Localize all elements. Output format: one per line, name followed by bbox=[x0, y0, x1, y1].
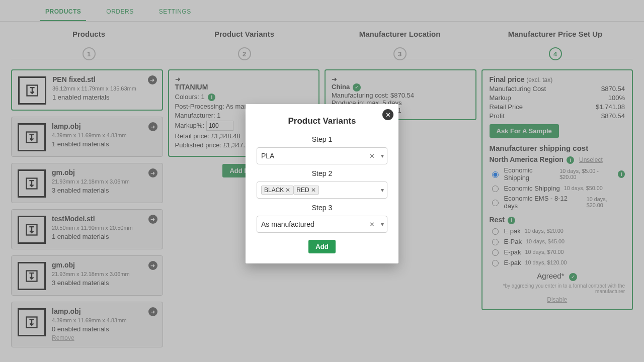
finish-value: As manufactured bbox=[261, 220, 314, 228]
modal-step1-label: Step 1 bbox=[257, 135, 387, 143]
tag-label: RED bbox=[296, 187, 309, 194]
material-value: PLA bbox=[261, 152, 274, 160]
chevron-down-icon[interactable]: ▾ bbox=[381, 152, 384, 159]
modal-step2-label: Step 2 bbox=[257, 169, 387, 177]
close-icon[interactable]: ✕ bbox=[382, 109, 393, 120]
clear-icon[interactable]: ✕ bbox=[369, 221, 375, 228]
chevron-down-icon[interactable]: ▾ bbox=[381, 221, 384, 228]
chevron-down-icon[interactable]: ▾ bbox=[381, 187, 384, 194]
finish-select[interactable]: As manufactured ✕ ▾ bbox=[257, 216, 387, 233]
colour-tag[interactable]: RED ✕ bbox=[293, 186, 318, 195]
tag-remove-icon[interactable]: ✕ bbox=[285, 187, 290, 194]
product-variants-modal: ✕ Product Variants Step 1 PLA ✕ ▾ Step 2… bbox=[246, 104, 398, 263]
modal-title: Product Variants bbox=[257, 116, 387, 126]
colour-multiselect[interactable]: BLACK ✕RED ✕ ▾ bbox=[257, 182, 387, 199]
clear-icon[interactable]: ✕ bbox=[369, 152, 375, 160]
modal-step3-label: Step 3 bbox=[257, 204, 387, 212]
tag-label: BLACK bbox=[264, 187, 284, 194]
material-select[interactable]: PLA ✕ ▾ bbox=[257, 147, 387, 164]
tag-remove-icon[interactable]: ✕ bbox=[311, 187, 316, 194]
colour-tag[interactable]: BLACK ✕ bbox=[261, 186, 293, 195]
modal-add-button[interactable]: Add bbox=[308, 240, 335, 253]
